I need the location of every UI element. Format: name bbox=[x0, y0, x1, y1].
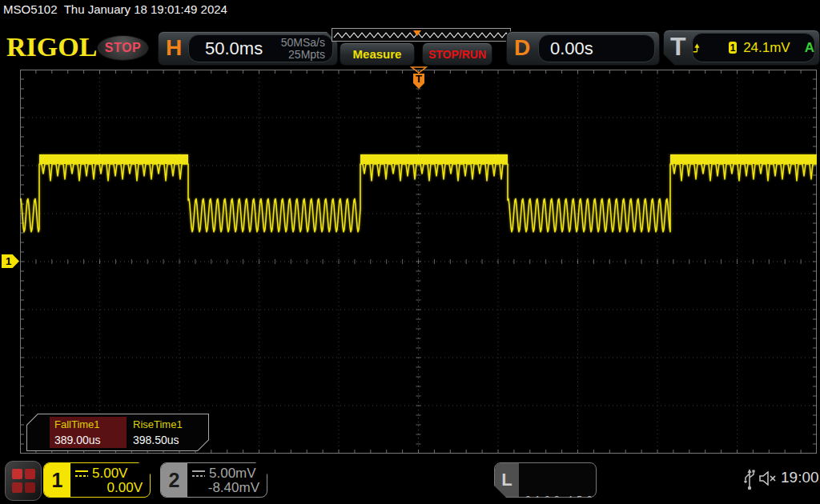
trigger-source-badge: 1 bbox=[729, 42, 737, 54]
memory-depth: 25Mpts bbox=[281, 49, 325, 61]
measurement-falltime[interactable]: FallTime1 389.00us bbox=[50, 417, 127, 448]
grid-square-icon bbox=[25, 482, 35, 493]
oscilloscope-screen: MSO5102 Thu January 18 19:01:49 2024 RIG… bbox=[0, 0, 820, 504]
measurement-results-box: FallTime1 389.00us RiseTime1 398.50us bbox=[26, 414, 209, 451]
channel1-panel[interactable]: 1 5.00V 0.00V bbox=[43, 462, 151, 498]
grid-square-icon bbox=[12, 482, 22, 493]
grid-square-icon bbox=[12, 469, 22, 479]
rigol-logo: RIGOL bbox=[6, 32, 102, 62]
channel2-panel[interactable]: 2 5.00mV -8.40mV bbox=[160, 462, 267, 498]
memory-preview-waveform bbox=[332, 30, 508, 40]
usb-icon bbox=[744, 468, 755, 490]
measure-button[interactable]: Measure bbox=[340, 42, 415, 66]
memory-preview-bar[interactable] bbox=[332, 28, 511, 42]
run-state-badge: STOP bbox=[97, 35, 149, 61]
trigger-level-value: 24.1mV bbox=[743, 40, 790, 56]
channel2-offset: -8.40mV bbox=[208, 480, 259, 496]
channel1-scale: 5.00V bbox=[92, 466, 127, 482]
logic-row-1: 0 1 2 3 4 5 6 7 bbox=[525, 494, 621, 504]
rising-edge-icon bbox=[693, 41, 701, 55]
trigger-label: T bbox=[670, 32, 686, 62]
sample-rate: 50MSa/s bbox=[281, 37, 325, 49]
svg-text:T: T bbox=[416, 73, 422, 85]
trigger-mode: A bbox=[805, 40, 814, 56]
trigger-panel[interactable]: T 1 24.1mV A bbox=[663, 30, 820, 66]
datetime: Thu January 18 19:01:49 2024 bbox=[64, 2, 227, 16]
channel1-ground-marker[interactable]: 1 bbox=[2, 254, 19, 268]
menu-grid-button[interactable] bbox=[5, 461, 42, 501]
logic-channels-panel[interactable]: L 0 1 2 3 4 5 6 7 8 9 1011 12131415 bbox=[494, 462, 597, 498]
delay-label: D bbox=[514, 35, 530, 61]
model-name: MSO5102 bbox=[3, 2, 58, 16]
clock: 19:00 bbox=[781, 469, 819, 486]
channel2-number: 2 bbox=[161, 463, 187, 497]
horizontal-panel[interactable]: H 50.0ms 50MSa/s 25Mpts bbox=[158, 31, 338, 66]
waveform-grid bbox=[20, 70, 817, 454]
titlebar: MSO5102 Thu January 18 19:01:49 2024 bbox=[3, 2, 227, 16]
dc-coupling-icon bbox=[192, 470, 206, 478]
scope-display[interactable] bbox=[20, 70, 817, 454]
delay-panel[interactable]: D 0.00s bbox=[506, 31, 660, 66]
timebase-value: 50.0ms bbox=[205, 38, 263, 59]
measurement-risetime[interactable]: RiseTime1 398.50us bbox=[128, 417, 205, 448]
channel2-scale: 5.00mV bbox=[209, 466, 256, 482]
stop-run-button[interactable]: STOP/RUN bbox=[422, 42, 492, 66]
channel1-number: 1 bbox=[44, 463, 70, 497]
speaker-muted-icon[interactable] bbox=[759, 471, 778, 486]
trigger-position-marker[interactable]: T bbox=[410, 66, 428, 90]
channel1-offset: 0.00V bbox=[107, 480, 143, 496]
grid-square-icon bbox=[25, 469, 35, 479]
dc-coupling-icon bbox=[75, 470, 89, 478]
logic-label: L bbox=[495, 463, 519, 497]
horizontal-label: H bbox=[166, 35, 182, 61]
delay-value: 0.00s bbox=[550, 38, 593, 59]
run-state-label: STOP bbox=[105, 41, 141, 55]
